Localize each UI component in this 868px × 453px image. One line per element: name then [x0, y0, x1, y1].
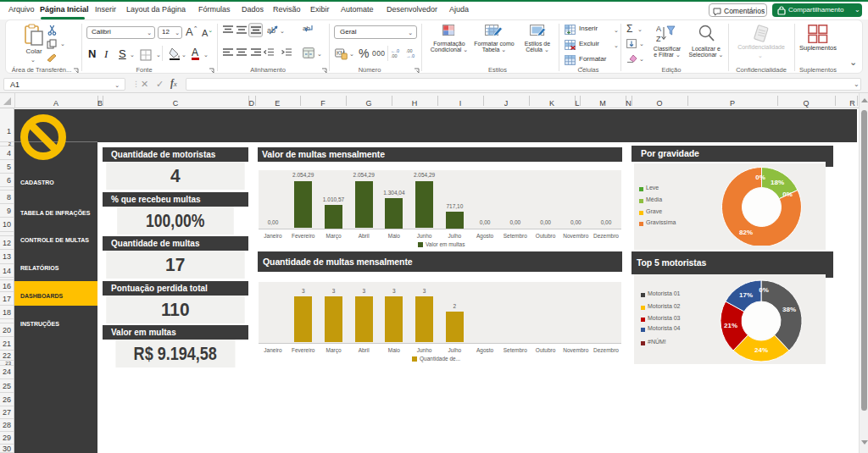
svg-text:→.0: →.0 [406, 53, 415, 58]
svg-text:.00: .00 [391, 53, 398, 58]
svg-text:Z: Z [656, 35, 661, 43]
svg-text:A: A [656, 25, 661, 33]
svg-text:ab: ab [267, 26, 275, 35]
svg-text:←.0: ←.0 [391, 48, 399, 53]
svg-text:.00: .00 [406, 48, 413, 53]
